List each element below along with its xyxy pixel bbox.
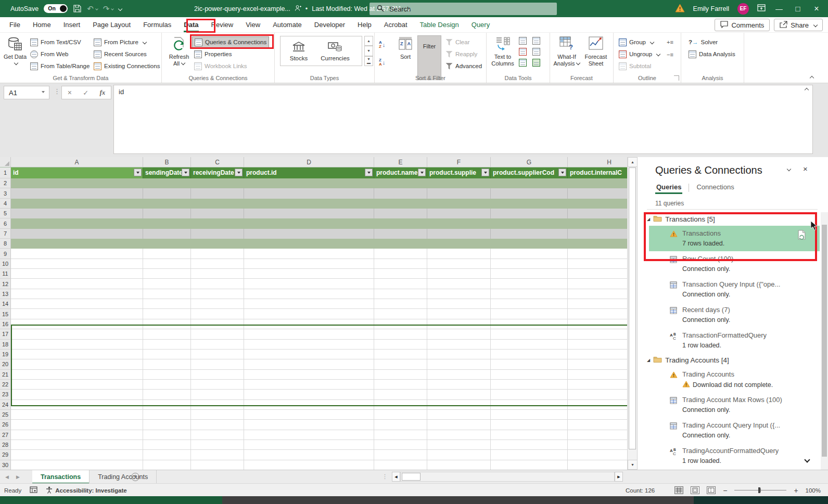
grid-cell[interactable] <box>374 370 427 380</box>
grid-cell[interactable] <box>244 178 374 188</box>
grid-cell[interactable] <box>568 239 627 249</box>
grid-cell[interactable] <box>143 249 191 259</box>
tab-query[interactable]: Query <box>465 17 496 32</box>
comments-button[interactable]: Comments <box>715 19 770 31</box>
clear-filter-button[interactable]: Clear <box>443 36 484 48</box>
hscroll-left-icon[interactable]: ◀ <box>392 472 400 482</box>
grid-cell[interactable] <box>191 400 244 410</box>
grid-cell[interactable] <box>11 309 143 319</box>
zoom-slider-thumb[interactable] <box>758 487 760 493</box>
grid-cell[interactable] <box>11 410 143 420</box>
grid-cell[interactable] <box>491 279 568 289</box>
sort-za-button[interactable]: ZA↓ <box>379 56 385 67</box>
column-header-E[interactable]: E <box>374 157 427 167</box>
workbook-links-button[interactable]: Workbook Links <box>192 60 269 72</box>
grid-cell[interactable] <box>244 218 374 228</box>
grid-cell[interactable] <box>143 350 191 359</box>
row-header-4[interactable]: 4 <box>0 199 11 209</box>
grid-cell[interactable] <box>427 178 491 188</box>
grid-cell[interactable] <box>191 390 244 399</box>
grid-cell[interactable] <box>427 390 491 399</box>
grid-cell[interactable] <box>491 410 568 420</box>
ribbon-display-options-icon[interactable] <box>757 4 766 13</box>
grid-cell[interactable] <box>244 309 374 319</box>
grid-cell[interactable] <box>427 229 491 239</box>
grid-cell[interactable] <box>244 229 374 239</box>
tab-acrobat[interactable]: Acrobat <box>378 17 414 32</box>
grid-cell[interactable] <box>374 249 427 259</box>
zoom-in-icon[interactable]: + <box>794 486 798 495</box>
grid-cell[interactable] <box>427 299 491 309</box>
page-layout-view-icon[interactable] <box>691 486 699 494</box>
grid-cell[interactable] <box>11 400 143 410</box>
row-header-6[interactable]: 6 <box>0 218 11 228</box>
grid-cell[interactable] <box>191 410 244 420</box>
grid-cell[interactable] <box>143 359 191 369</box>
grid-cell[interactable] <box>427 460 491 470</box>
grid-cell[interactable] <box>191 269 244 279</box>
grid-cell[interactable] <box>374 400 427 410</box>
grid-cell[interactable] <box>11 209 143 218</box>
grid-cell[interactable] <box>191 289 244 299</box>
grid-cell[interactable] <box>374 209 427 218</box>
tab-insert[interactable]: Insert <box>57 17 87 32</box>
grid-cell[interactable] <box>491 309 568 319</box>
grid-cell[interactable] <box>244 289 374 299</box>
tab-view[interactable]: View <box>239 17 266 32</box>
scrollbar-thumb[interactable] <box>629 167 636 449</box>
grid-cell[interactable] <box>374 319 427 329</box>
row-header-20[interactable]: 20 <box>0 359 11 369</box>
row-header-5[interactable]: 5 <box>0 209 11 218</box>
grid-cell[interactable] <box>427 249 491 259</box>
grid-cell[interactable] <box>427 269 491 279</box>
grid-cell[interactable] <box>568 178 627 188</box>
row-header-13[interactable]: 13 <box>0 289 11 299</box>
grid-cell[interactable] <box>427 239 491 249</box>
stocks-button[interactable]: Stocks <box>281 36 317 66</box>
grid-cell[interactable] <box>568 340 627 350</box>
row-header-27[interactable]: 27 <box>0 430 11 440</box>
filter-dropdown-icon[interactable] <box>235 169 243 176</box>
row-header-21[interactable]: 21 <box>0 370 11 380</box>
from-web-button[interactable]: From Web <box>28 48 92 60</box>
grid-cell[interactable] <box>143 289 191 299</box>
get-data-button[interactable]: Get Data <box>2 35 28 67</box>
grid-cell[interactable] <box>244 259 374 269</box>
row-header-16[interactable]: 16 <box>0 319 11 329</box>
grid-cell[interactable] <box>427 340 491 350</box>
column-header-H[interactable]: H <box>568 157 627 167</box>
tab-data[interactable]: Data <box>177 17 205 32</box>
grid-cell[interactable] <box>568 430 627 440</box>
grid-cell[interactable] <box>11 249 143 259</box>
grid-cell[interactable] <box>143 188 191 198</box>
grid-cell[interactable] <box>491 340 568 350</box>
grid-cell[interactable] <box>191 430 244 440</box>
grid-cell[interactable] <box>244 370 374 380</box>
grid-cell[interactable] <box>191 249 244 259</box>
queries-and-connections-button[interactable]: Queries & Connections <box>192 36 269 48</box>
grid-cell[interactable] <box>191 199 244 209</box>
grid-cell[interactable] <box>11 359 143 369</box>
grid-cell[interactable] <box>191 299 244 309</box>
panel-collapse-icon[interactable] <box>787 167 791 171</box>
grid-cell[interactable] <box>191 329 244 339</box>
tab-home[interactable]: Home <box>27 17 57 32</box>
grid-cell[interactable] <box>11 390 143 399</box>
show-detail-button[interactable]: +≡ <box>667 39 673 45</box>
row-header-12[interactable]: 12 <box>0 279 11 289</box>
grid-cell[interactable] <box>568 229 627 239</box>
grid-cell[interactable] <box>568 309 627 319</box>
row-header-23[interactable]: 23 <box>0 390 11 399</box>
grid-cell[interactable] <box>143 450 191 460</box>
maximize-button[interactable]: □ <box>793 4 803 13</box>
row-header-7[interactable]: 7 <box>0 229 11 239</box>
grid-cell[interactable] <box>191 350 244 359</box>
grid-cell[interactable] <box>568 380 627 390</box>
grid-cell[interactable] <box>143 430 191 440</box>
row-header-3[interactable]: 3 <box>0 188 11 198</box>
grid-cell[interactable] <box>143 319 191 329</box>
grid-cell[interactable] <box>427 370 491 380</box>
grid-cell[interactable] <box>427 380 491 390</box>
row-header-2[interactable]: 2 <box>0 178 11 188</box>
grid-cell[interactable] <box>374 229 427 239</box>
